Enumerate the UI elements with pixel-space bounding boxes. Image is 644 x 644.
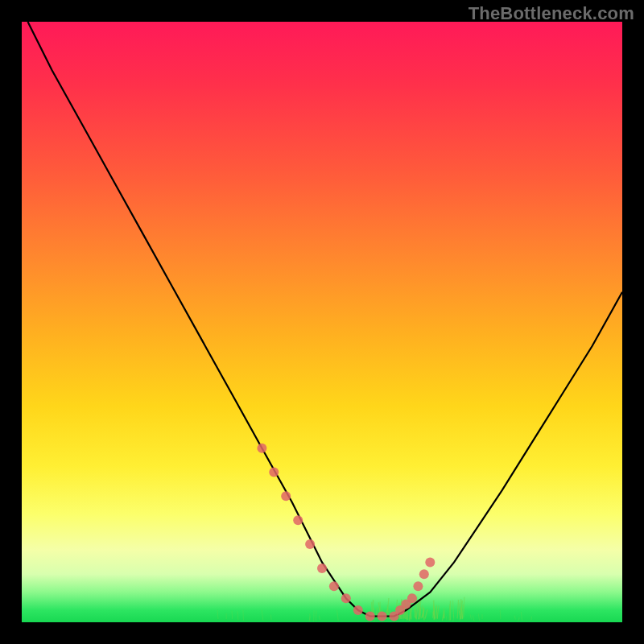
grass-stroke — [425, 609, 427, 619]
watermark-text: TheBottleneck.com — [469, 3, 634, 24]
marker-dot — [413, 581, 423, 591]
marker-dot — [293, 515, 303, 525]
grass-stroke — [457, 600, 459, 618]
marker-dot — [378, 612, 387, 621]
grass-stroke — [217, 610, 218, 619]
grass-stroke — [262, 609, 263, 621]
grass-stroke — [514, 616, 515, 620]
grass-stroke — [337, 610, 339, 621]
marker-dot — [341, 593, 351, 603]
marker-dot — [407, 593, 417, 603]
grass-stroke — [531, 617, 532, 621]
grass-stroke — [449, 605, 450, 621]
grass-stroke — [232, 611, 233, 619]
marker-dot — [365, 612, 375, 621]
marker-dot — [425, 557, 435, 567]
grass-stroke — [237, 611, 238, 620]
marker-dot — [281, 491, 291, 501]
grass-stroke — [243, 610, 244, 621]
chart-frame: TheBottleneck.com — [0, 0, 644, 644]
grass-stroke — [470, 614, 471, 619]
grass-stroke — [316, 610, 316, 621]
grass-stroke — [500, 610, 501, 619]
marker-dot — [305, 539, 315, 549]
marker-dot — [329, 581, 339, 591]
marker-dot — [419, 569, 429, 579]
plot-area — [22, 22, 622, 622]
marker-dot — [317, 564, 327, 573]
bottleneck-curve — [28, 22, 623, 617]
grass-stroke — [473, 615, 474, 621]
highlighted-markers — [257, 444, 435, 621]
grass-stroke — [437, 605, 439, 619]
grass-stroke — [464, 597, 464, 618]
marker-dot — [269, 468, 279, 477]
marker-dot — [257, 444, 266, 453]
marker-dot — [353, 605, 363, 615]
grass-stroke — [462, 605, 463, 618]
grass-stroke — [518, 617, 519, 621]
grass-stroke — [478, 613, 480, 621]
grass-stroke — [453, 601, 454, 618]
grass-stroke — [270, 615, 271, 620]
grass-stroke — [319, 616, 320, 620]
chart-svg — [22, 22, 622, 622]
grass-stroke — [521, 612, 522, 621]
